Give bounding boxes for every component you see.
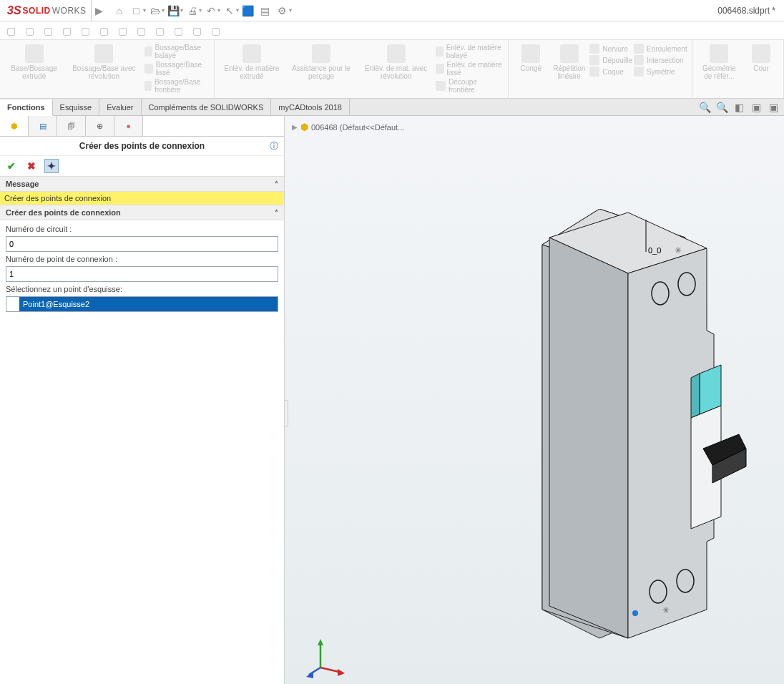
logo-ds-icon: 3S [7,4,21,17]
new-icon[interactable]: □ [129,3,144,19]
tool9-icon[interactable]: ▢ [152,23,167,39]
tab-mycadtools[interactable]: myCADtools 2018 [271,99,350,115]
display-style-icon[interactable]: ▣ [750,101,763,114]
logo-solid: SOLID [23,6,51,16]
part-icon: ⬢ [300,122,308,132]
rebuild-icon[interactable]: 🟦 [240,3,256,19]
tool6-icon[interactable]: ▢ [96,23,112,39]
flyout-tree[interactable]: ▶ ⬢ 006468 (Défaut<<Défaut... [292,122,404,132]
rib-boss-sweep[interactable]: Bossage/Base balayé [144,43,210,60]
rib-shell[interactable]: Coque [589,66,632,77]
chevron-up-icon: ˄ [275,209,278,217]
open-icon[interactable]: 🗁 [147,3,163,19]
appearance-tab[interactable]: ● [114,116,143,136]
rib-wrap[interactable]: Enroulement [634,43,687,54]
tool11-icon[interactable]: ▢ [189,23,205,39]
selected-item[interactable]: Point1@Esquisse2 [19,297,278,311]
section-message-label: Message [6,180,39,188]
rib-cut-sweep[interactable]: Enlèv. de matière balayé [436,43,504,60]
rib-boss-loft[interactable]: Bossage/Base lissé [144,60,210,77]
zoom-fit-icon[interactable]: 🔍 [698,101,711,114]
standard-toolbar: ▢ ▢ ▢ ▢ ▢ ▢ ▢ ▢ ▢ ▢ ▢ ▢ [0,21,784,40]
rib-cut-revolve[interactable]: Enlèv. de mat. avec révolution [358,43,434,94]
svg-marker-22 [338,669,345,676]
expand-menu-button[interactable]: ▶ [92,3,107,19]
model-view[interactable]: 0_0 ✳ ✳ [499,209,784,674]
tool1-icon[interactable]: ▢ [3,23,19,39]
feature-tree-tab[interactable]: ⬢ [0,116,29,136]
section-form-label: Créer des points de connexion [6,208,121,217]
rib-rib[interactable]: Nervure [589,43,632,54]
tab-esquisse[interactable]: Esquisse [53,99,100,115]
svg-marker-4 [549,238,628,638]
selection-listbox[interactable]: Point1@Esquisse2 [6,296,278,312]
cancel-button[interactable]: ✖ [24,159,39,173]
rib-boss-boundary[interactable]: Bossage/Base frontière [144,77,210,94]
rib-hole-wizard[interactable]: Assistance pour le perçage [286,43,356,94]
tool2-icon[interactable]: ▢ [21,23,37,39]
rib-intersect[interactable]: Intersection [634,54,687,66]
tool5-icon[interactable]: ▢ [77,23,93,39]
chevron-up-icon: ˄ [275,180,278,188]
tool12-icon[interactable]: ▢ [207,23,223,39]
label-circuit: Numéro de circuit : [6,225,278,233]
rib-mirror[interactable]: Symétrie [634,66,687,77]
settings-icon[interactable]: ⚙ [275,3,290,19]
config-tab[interactable]: 🗐 [57,116,86,136]
tool7-icon[interactable]: ▢ [114,23,130,39]
svg-marker-20 [318,639,323,645]
logo-works: WORKS [52,6,87,16]
sphere-icon: ● [126,122,131,130]
tool8-icon[interactable]: ▢ [133,23,149,39]
titlebar: 3S SOLIDWORKS ▶ ⌂ □▾ 🗁▾ 💾▾ 🖨▾ ↶▾ ↖▾ 🟦 ▤ … [0,0,784,21]
rib-curves[interactable]: Cour [743,43,779,82]
message-body: Créer des points de connexion [0,192,284,205]
svg-point-17 [632,610,638,616]
viewport[interactable]: ▶ ⬢ 006468 (Défaut<<Défaut... [285,116,784,684]
options-icon[interactable]: ▤ [258,3,273,19]
input-circuit[interactable] [6,236,278,252]
view-orient-icon[interactable]: ◧ [732,101,745,114]
cube-icon: ⬢ [11,122,18,131]
appearance-icon[interactable]: ▣ [767,101,780,114]
config-icon: 🗐 [67,122,75,130]
tool3-icon[interactable]: ▢ [40,23,56,39]
rib-boss-extrude[interactable]: Base/Bossage extrudé [4,43,64,94]
command-tabs: Fonctions Esquisse Evaluer Compléments d… [0,99,784,116]
triad-icon [306,635,349,678]
splitter-handle[interactable] [285,400,288,427]
rib-cut-boundary[interactable]: Découpe frontière [436,77,504,94]
tab-evaluer[interactable]: Evaluer [99,99,141,115]
rib-fillet[interactable]: Congé [513,43,549,82]
rib-draft[interactable]: Dépouille [589,54,632,66]
rib-boss-revolve[interactable]: Bossage/Base avec révolution [65,43,142,94]
rib-cut-loft[interactable]: Enlèv. de matière lissé [436,60,504,77]
rib-cut-extrude[interactable]: Enlèv. de matière extrudé [219,43,285,94]
panel-actions: ✔ ✖ ✦ [0,156,284,176]
ok-button[interactable]: ✔ [4,159,19,173]
section-message-head[interactable]: Message ˄ [0,176,284,192]
tree-expand-icon[interactable]: ▶ [292,123,298,131]
list-icon: ▤ [39,122,46,131]
help-icon[interactable]: ⓘ [270,140,278,152]
select-icon[interactable]: ↖ [222,3,237,19]
tab-fonctions[interactable]: Fonctions [0,99,53,116]
home-icon[interactable]: ⌂ [112,3,127,19]
undo-icon[interactable]: ↶ [203,3,219,19]
tool4-icon[interactable]: ▢ [59,23,74,39]
rib-ref-geom[interactable]: Géométrie de référ... [697,43,742,82]
property-tab[interactable]: ▤ [29,116,57,136]
print-icon[interactable]: 🖨 [185,3,200,19]
tree-label: 006468 (Défaut<<Défaut... [311,123,404,132]
section-form-head[interactable]: Créer des points de connexion ˄ [0,205,284,220]
rib-pattern[interactable]: Répétition linéaire [550,43,588,82]
ribbon: Base/Bossage extrudé Bossage/Base avec r… [0,40,784,99]
tool10-icon[interactable]: ▢ [170,23,186,39]
zoom-area-icon[interactable]: 🔍 [715,101,728,114]
input-point[interactable] [6,266,278,282]
tab-complements[interactable]: Compléments de SOLIDWORKS [142,99,272,115]
dim-tab[interactable]: ⊕ [86,116,114,136]
save-icon[interactable]: 💾 [166,3,182,19]
label-point: Numéro de point de connexion : [6,255,278,263]
pin-button[interactable]: ✦ [44,159,59,173]
